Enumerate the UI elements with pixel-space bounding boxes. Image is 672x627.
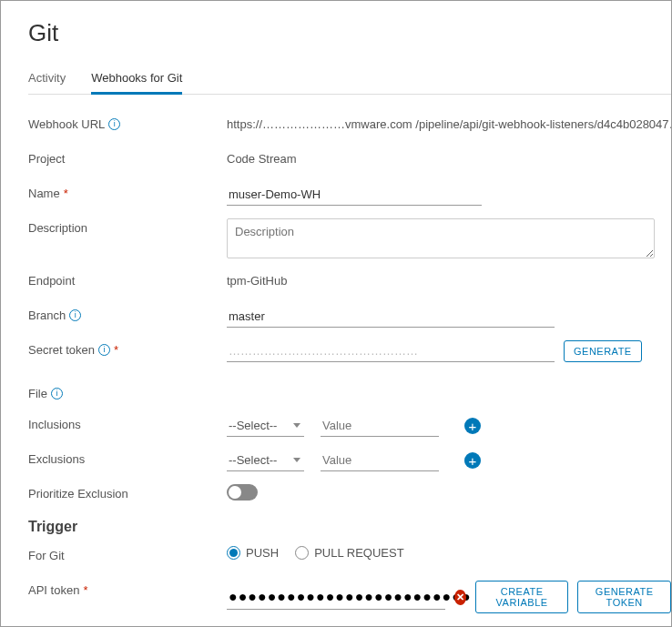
- info-icon[interactable]: i: [69, 309, 81, 321]
- add-exclusion-button[interactable]: +: [464, 452, 481, 469]
- exclusions-value-input[interactable]: [321, 450, 439, 471]
- page-title: Git: [28, 19, 671, 47]
- section-trigger: Trigger: [28, 519, 671, 535]
- description-textarea[interactable]: [227, 218, 655, 258]
- exclusions-select[interactable]: --Select--: [227, 450, 304, 471]
- branch-input[interactable]: [227, 306, 555, 328]
- tabs: Activity Webhooks for Git: [28, 64, 671, 95]
- generate-token-button[interactable]: GENERATE TOKEN: [577, 581, 671, 613]
- label-secret-token: Secret token i *: [28, 340, 227, 357]
- prioritize-exclusion-toggle[interactable]: [227, 484, 258, 501]
- inclusions-value-input[interactable]: [321, 415, 439, 437]
- label-inclusions: Inclusions: [28, 415, 227, 431]
- info-icon[interactable]: i: [108, 118, 120, 130]
- radio-push[interactable]: PUSH: [227, 546, 279, 560]
- tab-webhooks-for-git[interactable]: Webhooks for Git: [91, 64, 182, 95]
- create-variable-button[interactable]: CREATE VARIABLE: [475, 581, 569, 613]
- add-inclusion-button[interactable]: +: [464, 418, 481, 434]
- endpoint-value: tpm-GitHub: [227, 271, 671, 288]
- tab-activity[interactable]: Activity: [28, 64, 66, 95]
- secret-token-input[interactable]: [227, 340, 555, 362]
- label-api-token: API token*: [28, 581, 227, 597]
- name-input[interactable]: [227, 184, 482, 206]
- radio-pull-request[interactable]: PULL REQUEST: [295, 546, 404, 560]
- label-project: Project: [28, 149, 227, 166]
- label-for-git: For Git: [28, 546, 227, 562]
- radio-icon: [295, 546, 309, 560]
- generate-button[interactable]: GENERATE: [564, 340, 642, 362]
- label-prioritize-exclusion: Prioritize Exclusion: [28, 484, 227, 501]
- info-icon[interactable]: i: [51, 388, 63, 399]
- webhook-url-value: https://…………………vmware.com /pipeline/api/…: [227, 115, 671, 131]
- inclusions-select[interactable]: --Select--: [227, 415, 304, 437]
- label-webhook-url: Webhook URL i: [28, 115, 227, 131]
- radio-icon: [227, 546, 240, 560]
- label-name: Name*: [28, 184, 227, 200]
- label-endpoint: Endpoint: [28, 271, 227, 288]
- api-token-input[interactable]: ●●●●●●●●●●●●●●●●●●●●●●●●●: [227, 585, 445, 610]
- label-description: Description: [28, 218, 227, 235]
- project-value: Code Stream: [227, 149, 671, 166]
- label-file: File i: [28, 384, 227, 400]
- label-branch: Branch i: [28, 306, 227, 322]
- error-icon: ✕: [454, 590, 466, 605]
- label-exclusions: Exclusions: [28, 450, 227, 466]
- info-icon[interactable]: i: [98, 344, 110, 356]
